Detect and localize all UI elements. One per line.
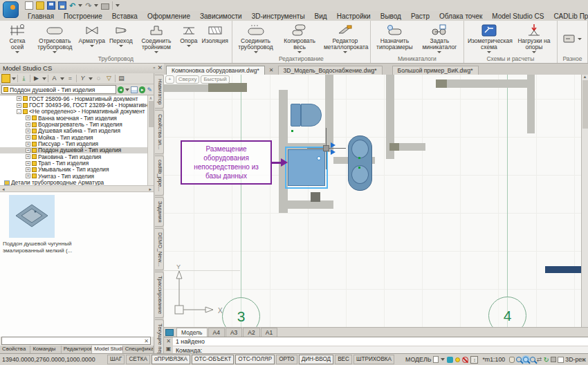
menu-tab-3d-instrumenty[interactable]: 3D-инструменты <box>247 12 310 21</box>
toilet-fixture[interactable] <box>291 104 301 127</box>
expand-toggle[interactable]: + <box>26 122 30 127</box>
tree-scrollbar[interactable]: ∧ <box>147 95 154 185</box>
set-minicatalog-button[interactable]: Задать миникаталог <box>417 22 462 54</box>
undo-caret-icon[interactable] <box>78 4 82 7</box>
expand-toggle[interactable]: + <box>26 174 30 178</box>
equals-icon[interactable]: = <box>66 74 75 83</box>
grip-arrow-icon[interactable] <box>331 149 336 155</box>
funnel-icon[interactable]: ▽ <box>104 74 113 83</box>
support-loads-button[interactable]: Нагрузки на опоры <box>513 22 555 54</box>
misc-button[interactable] <box>561 30 584 47</box>
zoom-realtime-icon[interactable] <box>523 357 529 362</box>
wall[interactable] <box>389 143 399 151</box>
viewport-style-control[interactable]: Быстрый <box>201 75 229 84</box>
sheet-icon[interactable] <box>433 356 439 363</box>
toggle-din-vvod[interactable]: ДИН-ВВОД <box>299 355 333 364</box>
tree-row[interactable]: +Ванна моечная - Тип изделия <box>0 115 154 121</box>
tree-row-selected[interactable]: +Поддон душевой - Тип изделия <box>0 147 154 153</box>
tree-row[interactable]: +ГОСТ 30493-96, ГОСТ 23289-94 - Норматив… <box>0 102 154 108</box>
expand-toggle[interactable]: + <box>17 96 21 101</box>
database-icon[interactable] <box>1 74 10 83</box>
space-mode-label[interactable]: МОДЕЛЬ <box>405 356 431 363</box>
print-icon[interactable] <box>101 3 109 10</box>
regen-icon[interactable]: ↻ <box>543 356 549 364</box>
tab-model-studio[interactable]: Model Studi... <box>92 346 122 353</box>
layers-icon[interactable] <box>447 357 453 363</box>
tree-hscrollbar[interactable]: ◂▸ <box>0 185 154 192</box>
support-button[interactable]: Опора <box>178 22 199 48</box>
expand-toggle[interactable]: + <box>26 142 30 147</box>
menu-tab-vid[interactable]: Вид <box>310 12 332 21</box>
expand-toggle[interactable]: + <box>26 161 30 166</box>
valve-button[interactable]: Арматура <box>77 22 107 48</box>
sort-icon[interactable]: A <box>50 74 59 83</box>
window-element[interactable] <box>545 266 581 273</box>
wall[interactable] <box>436 79 447 88</box>
side-tab-cadlib-pipe[interactable]: cadlib_pipe... <box>155 156 164 196</box>
wall[interactable] <box>436 79 535 88</box>
refresh-back-icon[interactable]: ◂ <box>118 86 125 93</box>
prohibit-icon[interactable] <box>462 357 468 363</box>
menu-tab-model-studio[interactable]: Model Studio CS <box>487 12 549 21</box>
connect-pipe-button[interactable]: Соединить трубопровод <box>234 22 278 54</box>
layout-tab-a2[interactable]: A2 <box>243 328 259 337</box>
model-canvas[interactable]: Размещение оборудования непосредственно … <box>164 75 581 327</box>
wall[interactable] <box>527 75 535 133</box>
layout-tab-a4[interactable]: A4 <box>208 328 225 337</box>
chevron-down-icon[interactable] <box>441 358 445 361</box>
toggle-shag[interactable]: ШАГ <box>107 355 125 364</box>
toggle-ots-polyar[interactable]: ОТС-ПОЛЯР <box>235 355 275 364</box>
chevron-down-icon[interactable] <box>12 77 16 80</box>
expand-toggle[interactable]: + <box>26 129 30 133</box>
open-file-icon[interactable] <box>36 1 44 10</box>
previous-view-icon[interactable]: ⇄ <box>537 356 542 364</box>
menu-tab-rastr[interactable]: Растр <box>406 12 434 21</box>
tree-row[interactable]: +Душевая кабина - Тип изделия <box>0 128 154 134</box>
refresh-forward-icon[interactable]: ▸ <box>139 86 146 93</box>
side-tab-demo-new[interactable]: DEMO_New... <box>155 228 164 270</box>
toggle-ots-obekt[interactable]: ОТС-ОБЪЕКТ <box>192 355 234 364</box>
wall[interactable] <box>279 200 333 209</box>
viewport-menu-control[interactable]: + <box>165 75 174 84</box>
toggle-setka[interactable]: СЕТКА <box>126 355 150 364</box>
search-icon[interactable]: ◌ <box>94 74 103 83</box>
customize-caret-icon[interactable] <box>116 4 120 7</box>
insulation-button[interactable]: Изоляция <box>200 22 230 45</box>
tab-komandy[interactable]: Команды <box>30 346 61 353</box>
layout-icon[interactable] <box>165 329 174 336</box>
filter-expression-icon[interactable]: Y <box>78 74 87 83</box>
menu-tab-postroenie[interactable]: Построение <box>59 12 107 21</box>
expand-toggle[interactable]: + <box>26 135 30 140</box>
redo-icon[interactable]: ↷ <box>85 1 91 10</box>
preview-thumbnail[interactable] <box>9 195 55 238</box>
assign-sizes-button[interactable]: Назначить типоразмеры <box>372 22 417 51</box>
doc-tab-bolshoy-primer[interactable]: Большой пример_ВиК.dwg* <box>392 66 479 75</box>
chevron-down-icon[interactable] <box>125 88 129 91</box>
basin-bowl[interactable] <box>351 140 369 158</box>
fullscreen-icon[interactable] <box>558 357 564 363</box>
axis-grid-button[interactable]: Сетка осей <box>1 22 33 54</box>
undo-icon[interactable]: ↶ <box>69 1 75 10</box>
scale-indicator[interactable]: *m1:100 <box>482 356 505 363</box>
grip-arrow-icon[interactable] <box>331 142 336 148</box>
elevation-icon[interactable]: ↕ <box>470 356 478 364</box>
pin-icon[interactable]: ▫ <box>153 64 155 71</box>
panel-filter-input[interactable]: ✕ <box>1 337 151 345</box>
toggle-orto[interactable]: ОРТО <box>276 355 297 364</box>
side-tab-navigator[interactable]: Навигатор <box>155 75 164 109</box>
play-icon[interactable]: ▶ <box>32 74 41 83</box>
tab-redaktory[interactable]: Редактиров... <box>62 346 92 353</box>
menu-tab-vyvod[interactable]: Вывод <box>376 12 406 21</box>
chevron-down-icon[interactable] <box>89 77 93 80</box>
floor-drain[interactable] <box>311 192 320 202</box>
tee-connect-button[interactable]: Соединить тройником <box>135 22 178 54</box>
isometric-schema-button[interactable]: Изометрическая схема <box>466 22 513 54</box>
layout-tab-a3[interactable]: A3 <box>226 328 242 337</box>
expand-toggle[interactable]: + <box>17 103 21 108</box>
tree-row[interactable]: +Трап - Тип изделия <box>0 160 154 166</box>
close-tab-icon[interactable]: ✕ <box>269 67 274 73</box>
menu-tab-vstavka[interactable]: Вставка <box>107 12 143 21</box>
zoom-window-icon[interactable] <box>530 357 535 362</box>
expand-toggle[interactable]: + <box>26 154 30 159</box>
reducer-button[interactable]: Переход <box>107 22 135 48</box>
